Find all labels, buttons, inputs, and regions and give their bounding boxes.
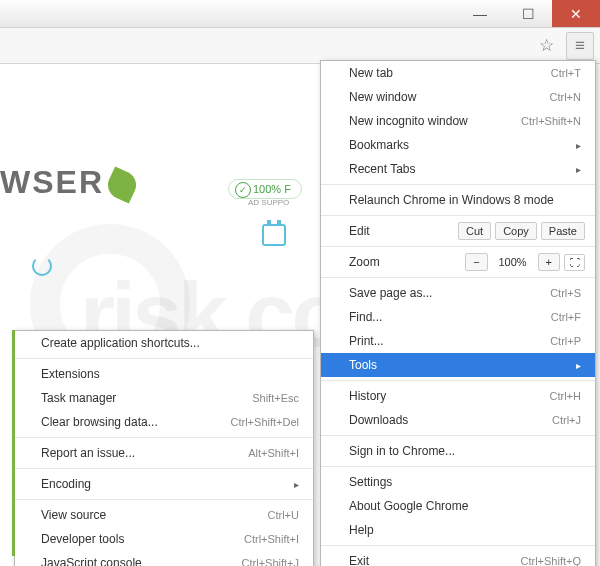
menu-separator: [321, 466, 595, 467]
window-titlebar: — ☐ ✕: [0, 0, 600, 28]
menu-separator: [321, 435, 595, 436]
bookmark-star-icon[interactable]: ☆: [532, 32, 560, 60]
menu-separator: [321, 246, 595, 247]
badge-subtext: AD SUPPO: [248, 198, 289, 207]
menu-separator: [15, 358, 313, 359]
menu-separator: [321, 380, 595, 381]
menu-exit[interactable]: ExitCtrl+Shift+Q: [321, 549, 595, 566]
menu-signin[interactable]: Sign in to Chrome...: [321, 439, 595, 463]
edit-label: Edit: [349, 224, 454, 238]
menu-zoom-row: Zoom − 100% + ⛶: [321, 250, 595, 274]
menu-settings[interactable]: Settings: [321, 470, 595, 494]
free-badge: 100% F: [228, 179, 302, 199]
menu-separator: [15, 437, 313, 438]
zoom-label: Zoom: [349, 255, 461, 269]
menu-separator: [321, 545, 595, 546]
tools-submenu: Create application shortcuts... Extensio…: [14, 330, 314, 566]
paste-button[interactable]: Paste: [541, 222, 585, 240]
copy-button[interactable]: Copy: [495, 222, 537, 240]
browser-toolbar: ☆ ≡: [0, 28, 600, 64]
menu-recent-tabs[interactable]: Recent Tabs: [321, 157, 595, 181]
submenu-accent: [12, 330, 15, 556]
zoom-in-button[interactable]: +: [538, 253, 560, 271]
calendar-icon: [262, 224, 286, 246]
submenu-extensions[interactable]: Extensions: [15, 362, 313, 386]
minimize-button[interactable]: —: [456, 0, 504, 27]
refresh-icon: [32, 256, 52, 276]
leaf-icon: [103, 166, 140, 203]
menu-about[interactable]: About Google Chrome: [321, 494, 595, 518]
zoom-out-button[interactable]: −: [465, 253, 487, 271]
chrome-main-menu: New tabCtrl+T New windowCtrl+N New incog…: [320, 60, 596, 566]
menu-new-tab[interactable]: New tabCtrl+T: [321, 61, 595, 85]
menu-separator: [15, 468, 313, 469]
menu-separator: [321, 277, 595, 278]
menu-new-incognito[interactable]: New incognito windowCtrl+Shift+N: [321, 109, 595, 133]
cut-button[interactable]: Cut: [458, 222, 491, 240]
menu-find[interactable]: Find...Ctrl+F: [321, 305, 595, 329]
menu-separator: [321, 215, 595, 216]
menu-bookmarks[interactable]: Bookmarks: [321, 133, 595, 157]
menu-print[interactable]: Print...Ctrl+P: [321, 329, 595, 353]
menu-relaunch-win8[interactable]: Relaunch Chrome in Windows 8 mode: [321, 188, 595, 212]
zoom-value: 100%: [492, 256, 534, 268]
maximize-button[interactable]: ☐: [504, 0, 552, 27]
submenu-dev-tools[interactable]: Developer toolsCtrl+Shift+I: [15, 527, 313, 551]
submenu-view-source[interactable]: View sourceCtrl+U: [15, 503, 313, 527]
menu-tools[interactable]: Tools: [321, 353, 595, 377]
menu-edit-row: Edit Cut Copy Paste: [321, 219, 595, 243]
submenu-encoding[interactable]: Encoding: [15, 472, 313, 496]
submenu-task-manager[interactable]: Task managerShift+Esc: [15, 386, 313, 410]
menu-downloads[interactable]: DownloadsCtrl+J: [321, 408, 595, 432]
menu-save-page[interactable]: Save page as...Ctrl+S: [321, 281, 595, 305]
menu-separator: [321, 184, 595, 185]
hamburger-menu-icon[interactable]: ≡: [566, 32, 594, 60]
menu-help[interactable]: Help: [321, 518, 595, 542]
submenu-report-issue[interactable]: Report an issue...Alt+Shift+I: [15, 441, 313, 465]
submenu-js-console[interactable]: JavaScript consoleCtrl+Shift+J: [15, 551, 313, 566]
fullscreen-button[interactable]: ⛶: [564, 254, 585, 271]
close-button[interactable]: ✕: [552, 0, 600, 27]
submenu-create-shortcuts[interactable]: Create application shortcuts...: [15, 331, 313, 355]
submenu-clear-data[interactable]: Clear browsing data...Ctrl+Shift+Del: [15, 410, 313, 434]
menu-history[interactable]: HistoryCtrl+H: [321, 384, 595, 408]
menu-new-window[interactable]: New windowCtrl+N: [321, 85, 595, 109]
menu-separator: [15, 499, 313, 500]
page-logo: WSER: [0, 164, 136, 201]
